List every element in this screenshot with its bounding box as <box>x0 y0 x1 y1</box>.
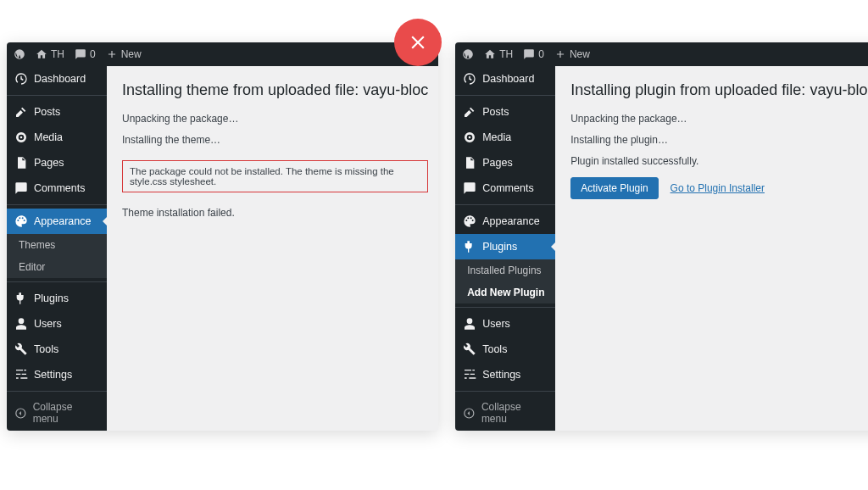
sidebar-item-appearance[interactable]: Appearance <box>7 209 107 234</box>
admin-sidebar: Dashboard Posts Media Pages Comments App… <box>7 66 107 431</box>
sidebar-item-dashboard[interactable]: Dashboard <box>7 66 107 92</box>
sidebar-label: Users <box>482 318 510 330</box>
sidebar-label: Media <box>482 131 511 143</box>
collapse-icon <box>14 407 27 420</box>
submenu-installed-plugins[interactable]: Installed Plugins <box>455 259 555 281</box>
sidebar-label: Dashboard <box>482 73 534 85</box>
home-icon <box>36 48 47 60</box>
dashboard-icon <box>14 72 28 86</box>
sidebar-item-media[interactable]: Media <box>455 125 555 150</box>
sidebar-item-plugins[interactable]: Plugins <box>455 234 555 259</box>
plugins-submenu: Installed Plugins Add New Plugin <box>455 259 555 303</box>
comment-icon <box>523 48 535 60</box>
sidebar-item-posts[interactable]: Posts <box>7 99 107 125</box>
comment-icon <box>75 48 86 60</box>
go-to-plugin-installer-link[interactable]: Go to Plugin Installer <box>670 182 765 194</box>
sidebar-item-dashboard[interactable]: Dashboard <box>455 66 555 92</box>
admin-toolbar: TH 0 New <box>7 42 438 66</box>
sidebar-item-pages[interactable]: Pages <box>7 150 107 175</box>
sidebar-label: Plugins <box>482 241 517 253</box>
sidebar-item-pages[interactable]: Pages <box>455 150 555 175</box>
main-content: Installing plugin from uploaded file: va… <box>555 66 868 431</box>
sidebar-label: Settings <box>34 369 72 381</box>
status-success: Plugin installed successfully. <box>570 155 868 167</box>
x-icon <box>407 31 429 53</box>
sidebar-label: Settings <box>482 369 520 381</box>
comments-link[interactable]: 0 <box>523 48 544 60</box>
sidebar-item-users[interactable]: Users <box>455 311 555 337</box>
sidebar-label: Posts <box>482 106 509 118</box>
admin-sidebar: Dashboard Posts Media Pages Comments App… <box>455 66 555 431</box>
wp-admin-panel-left: TH 0 New Dashboard Posts Media Pages Com… <box>7 42 438 431</box>
wp-logo-icon[interactable] <box>14 48 25 60</box>
appearance-icon <box>14 214 28 228</box>
comments-icon <box>463 181 476 195</box>
appearance-submenu: Themes Editor <box>7 234 107 278</box>
pages-icon <box>463 156 476 170</box>
status-badge-error <box>394 19 442 66</box>
sidebar-label: Media <box>34 131 63 143</box>
dashboard-icon <box>463 72 476 86</box>
users-icon <box>14 317 28 331</box>
status-installing: Installing the plugin… <box>570 134 868 146</box>
comments-icon <box>14 181 28 195</box>
tools-icon <box>14 342 28 356</box>
submenu-add-new-plugin[interactable]: Add New Plugin <box>455 281 555 303</box>
submenu-themes[interactable]: Themes <box>7 234 107 256</box>
comments-link[interactable]: 0 <box>75 48 96 60</box>
sidebar-item-posts[interactable]: Posts <box>455 99 555 125</box>
sidebar-item-tools[interactable]: Tools <box>7 337 107 362</box>
sidebar-label: Appearance <box>34 215 91 227</box>
sidebar-label: Comments <box>34 182 85 194</box>
posts-icon <box>463 105 476 119</box>
collapse-menu[interactable]: Collapse menu <box>455 395 555 431</box>
media-icon <box>463 131 476 144</box>
home-icon <box>484 48 496 60</box>
sidebar-item-settings[interactable]: Settings <box>7 362 107 387</box>
sidebar-label: Comments <box>482 182 533 194</box>
sidebar-label: Pages <box>34 157 64 169</box>
settings-icon <box>463 368 476 381</box>
status-unpacking: Unpacking the package… <box>570 113 868 125</box>
new-link[interactable]: New <box>554 48 590 60</box>
media-icon <box>14 131 28 144</box>
plus-icon <box>554 48 566 60</box>
sidebar-label: Users <box>34 318 62 330</box>
posts-icon <box>14 105 28 119</box>
sidebar-item-media[interactable]: Media <box>7 125 107 150</box>
collapse-menu[interactable]: Collapse menu <box>7 395 107 431</box>
new-link[interactable]: New <box>106 48 142 60</box>
collapse-label: Collapse menu <box>481 401 548 425</box>
collapse-icon <box>463 407 476 420</box>
wp-logo-icon[interactable] <box>462 48 474 60</box>
main-content: Installing theme from uploaded file: vay… <box>107 66 438 431</box>
sidebar-item-appearance[interactable]: Appearance <box>455 209 555 234</box>
page-title: Installing theme from uploaded file: vay… <box>122 81 428 99</box>
site-link[interactable]: TH <box>484 48 513 60</box>
sidebar-label: Tools <box>34 343 58 355</box>
wp-admin-panel-right: TH 0 New Dashboard Posts Media Pages Com… <box>455 42 868 431</box>
error-message: The package could not be installed. The … <box>122 160 428 192</box>
tools-icon <box>463 342 476 356</box>
sidebar-item-comments[interactable]: Comments <box>455 175 555 201</box>
sidebar-label: Plugins <box>34 292 69 304</box>
sidebar-label: Appearance <box>482 215 539 227</box>
sidebar-item-plugins[interactable]: Plugins <box>7 286 107 311</box>
sidebar-label: Posts <box>34 106 60 118</box>
sidebar-item-comments[interactable]: Comments <box>7 175 107 201</box>
sidebar-item-settings[interactable]: Settings <box>455 362 555 387</box>
pages-icon <box>14 156 28 170</box>
sidebar-label: Dashboard <box>34 73 86 85</box>
status-installing: Installing the theme… <box>122 134 428 146</box>
status-unpacking: Unpacking the package… <box>122 113 428 125</box>
sidebar-label: Pages <box>482 157 512 169</box>
admin-toolbar: TH 0 New <box>455 42 868 66</box>
sidebar-item-users[interactable]: Users <box>7 311 107 337</box>
activate-plugin-button[interactable]: Activate Plugin <box>570 177 658 199</box>
site-link[interactable]: TH <box>36 48 64 60</box>
users-icon <box>463 317 476 331</box>
page-title: Installing plugin from uploaded file: va… <box>570 81 868 99</box>
sidebar-item-tools[interactable]: Tools <box>455 337 555 362</box>
sidebar-label: Tools <box>482 343 507 355</box>
submenu-editor[interactable]: Editor <box>7 256 107 278</box>
